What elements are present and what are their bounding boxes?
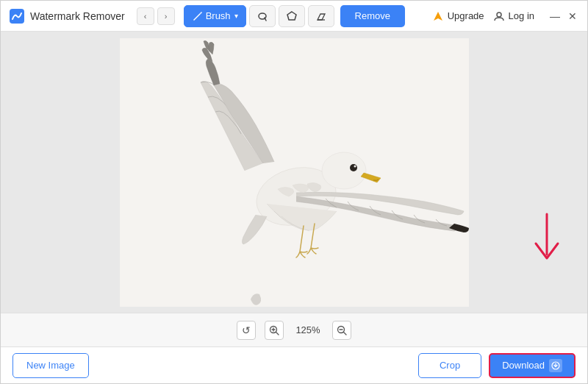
zoom-in-button[interactable] bbox=[265, 321, 284, 340]
polygon-tool-button[interactable] bbox=[279, 5, 305, 27]
zoom-in-icon bbox=[269, 325, 279, 335]
svg-point-2 bbox=[497, 13, 501, 17]
tool-buttons: Brush ▾ Remove bbox=[184, 5, 432, 27]
lasso-icon bbox=[257, 11, 268, 21]
remove-button[interactable]: Remove bbox=[340, 5, 405, 27]
window-controls: — ✕ bbox=[549, 10, 578, 22]
zoom-out-icon bbox=[337, 325, 347, 335]
nav-buttons: ‹ › bbox=[137, 7, 175, 25]
lasso-tool-button[interactable] bbox=[249, 5, 276, 27]
eraser-icon bbox=[316, 11, 326, 21]
forward-button[interactable]: › bbox=[157, 7, 175, 25]
close-button[interactable]: ✕ bbox=[567, 10, 578, 22]
rotate-button[interactable]: ↺ bbox=[237, 321, 256, 340]
footer-right-buttons: Crop Download bbox=[418, 353, 576, 378]
canvas-area bbox=[1, 32, 587, 313]
new-image-button[interactable]: New Image bbox=[12, 353, 89, 378]
right-controls: Upgrade Log in — ✕ bbox=[432, 10, 578, 22]
upgrade-button[interactable]: Upgrade bbox=[432, 10, 484, 22]
title-bar: Watermark Remover ‹ › Brush ▾ bbox=[1, 1, 587, 32]
zoom-toolbar: ↺ 125% bbox=[1, 313, 587, 346]
app-logo-icon bbox=[10, 9, 24, 24]
upgrade-icon bbox=[432, 10, 444, 22]
app-title: Watermark Remover bbox=[30, 10, 125, 22]
main-image bbox=[120, 38, 469, 307]
brush-tool-button[interactable]: Brush ▾ bbox=[184, 5, 246, 27]
zoom-level: 125% bbox=[293, 324, 323, 335]
svg-point-6 bbox=[322, 152, 366, 189]
download-icon bbox=[549, 359, 562, 372]
brush-icon bbox=[192, 11, 202, 21]
image-container bbox=[120, 38, 469, 307]
crop-button[interactable]: Crop bbox=[418, 353, 481, 378]
footer: New Image Crop Download bbox=[1, 346, 587, 383]
polygon-icon bbox=[287, 11, 297, 21]
download-button[interactable]: Download bbox=[489, 353, 576, 378]
svg-point-7 bbox=[350, 164, 357, 171]
eraser-tool-button[interactable] bbox=[308, 5, 334, 27]
arrow-annotation bbox=[525, 210, 569, 272]
zoom-out-button[interactable] bbox=[332, 321, 351, 340]
back-button[interactable]: ‹ bbox=[137, 7, 154, 25]
login-button[interactable]: Log in bbox=[493, 10, 534, 22]
brush-dropdown-arrow: ▾ bbox=[234, 12, 238, 20]
minimize-button[interactable]: — bbox=[549, 10, 561, 22]
svg-point-8 bbox=[354, 165, 356, 167]
user-icon bbox=[493, 10, 505, 22]
